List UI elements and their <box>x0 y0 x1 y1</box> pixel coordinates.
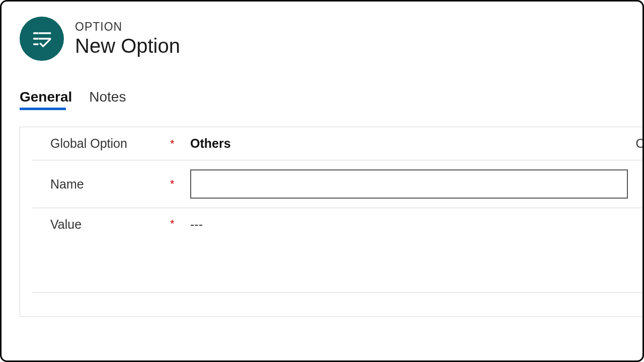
lookup-selected-value: Others <box>190 136 231 151</box>
page-title: New Option <box>75 35 180 57</box>
option-entity-icon <box>20 17 64 61</box>
required-marker: * <box>170 217 190 230</box>
row-value: Value * --- <box>32 208 644 293</box>
tab-general[interactable]: General <box>20 89 72 110</box>
tab-notes[interactable]: Notes <box>89 89 126 110</box>
label-name: Name <box>50 177 170 192</box>
name-input[interactable] <box>190 169 628 199</box>
global-option-lookup[interactable]: Others O <box>190 136 644 151</box>
value-field[interactable]: --- <box>190 217 644 232</box>
row-name: Name * <box>32 160 644 208</box>
window-frame: OPTION New Option General Notes Global O… <box>0 0 644 362</box>
label-global-option: Global Option <box>50 136 170 151</box>
form-header: OPTION New Option <box>2 2 642 61</box>
entity-supertitle: OPTION <box>75 20 180 34</box>
row-global-option: Global Option * Others O <box>32 127 644 160</box>
lookup-clear-icon[interactable]: O <box>636 136 644 151</box>
form-tabs: General Notes <box>2 61 642 110</box>
required-marker: * <box>170 177 190 191</box>
value-placeholder: --- <box>190 217 203 232</box>
form-panel: Global Option * Others O Name * Value * … <box>20 127 644 317</box>
title-block: OPTION New Option <box>75 20 180 57</box>
required-marker: * <box>170 137 190 150</box>
label-value: Value <box>50 217 170 232</box>
